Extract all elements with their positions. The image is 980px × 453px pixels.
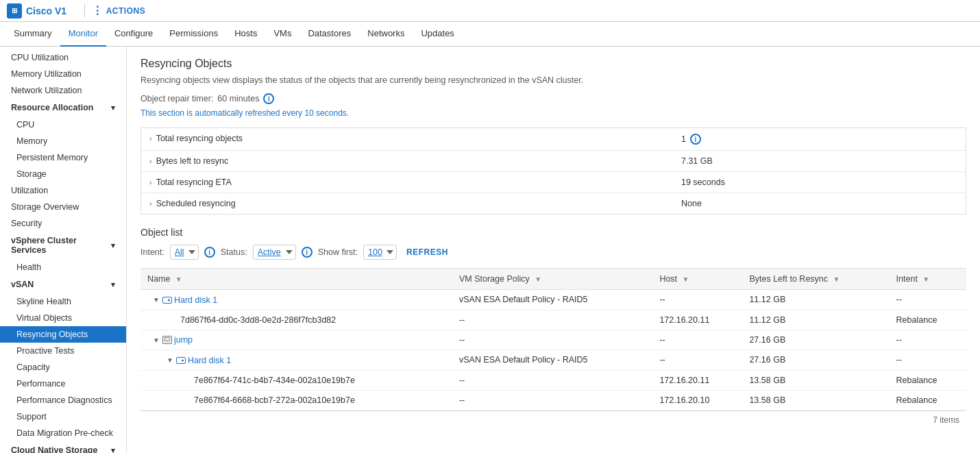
sidebar-item-memory[interactable]: Memory [0,133,126,149]
sidebar-section-vsan[interactable]: vSAN ▾ [0,276,126,293]
col-name-label: Name [147,274,170,284]
auto-refresh-note: This section is automatically refreshed … [140,108,966,118]
row-vm-storage-policy: -- [452,330,652,350]
sidebar-item-persistent-memory[interactable]: Persistent Memory [0,149,126,166]
sidebar-item-skyline-health[interactable]: Skyline Health [0,293,126,310]
table-row: 7e867f64-741c-b4b7-434e-002a10e19b7e -- … [140,370,966,390]
summary-row-total-resyncing: › Total resyncing objects 1 i [141,128,966,151]
expand-icon-2[interactable]: › [149,178,152,186]
sidebar-item-resyncing-objects[interactable]: Resyncing Objects [0,326,126,343]
sidebar-item-network-utilization[interactable]: Network Utilization [0,82,126,99]
summary-row-value: None [673,193,966,215]
table-row: ▼ Hard disk 1 vSAN ESA Default Policy - … [140,290,966,310]
sidebar-item-support[interactable]: Support [0,408,126,425]
row-uuid-2: 7e867f64-6668-bcb7-272a-002a10e19b7e [194,395,355,405]
tab-datastores[interactable]: Datastores [299,22,359,47]
sidebar-item-cpu-utilization[interactable]: CPU Utilization [0,49,126,66]
tab-configure[interactable]: Configure [106,22,161,47]
info-icon-0[interactable]: i [690,134,701,145]
chevron-down-icon-3: ▾ [111,280,115,289]
row-vm-storage-policy: -- [452,370,652,390]
sidebar-item-proactive-tests[interactable]: Proactive Tests [0,343,126,359]
col-intent-label: Intent [896,274,918,284]
sort-icon-host[interactable]: ▼ [683,276,689,283]
sidebar-item-virtual-objects[interactable]: Virtual Objects [0,310,126,326]
row-host: 172.16.20.10 [652,390,742,410]
row-name: 7e867f64-6668-bcb7-272a-002a10e19b7e [140,390,452,410]
row-intent: Rebalance [890,310,966,330]
sidebar-section-cloud-native[interactable]: Cloud Native Storage ▾ [0,441,126,453]
row-link-vm[interactable]: jump [174,335,193,345]
sidebar-item-security[interactable]: Security [0,215,126,232]
sidebar-section-vsphere-cluster[interactable]: vSphere Cluster Services ▾ [0,232,126,259]
summary-row-eta: › Total resyncing ETA 19 seconds [141,172,966,193]
expand-icon-1[interactable]: › [149,157,152,165]
row-host: 172.16.20.11 [652,370,742,390]
sidebar-item-memory-utilization[interactable]: Memory Utilization [0,66,126,82]
sort-icon-bytes[interactable]: ▼ [833,276,840,283]
refresh-button[interactable]: REFRESH [402,245,452,259]
value-text-2: 19 seconds [681,177,725,187]
tab-updates[interactable]: Updates [413,22,462,47]
row-link[interactable]: Hard disk 1 [174,295,217,305]
sort-icon-vmstorage[interactable]: ▼ [535,276,541,283]
info-icon-intent[interactable]: i [204,247,215,258]
sort-icon-name[interactable]: ▼ [175,276,182,283]
object-list-table: Name ▼ VM Storage Policy ▼ Host ▼ Bytes … [140,268,966,411]
expand-icon-3[interactable]: › [149,199,152,208]
expand-icon-0[interactable]: › [149,134,152,143]
summary-row-value: 7.31 GB [673,151,966,172]
value-text-3: None [681,199,702,208]
tab-permissions[interactable]: Permissions [161,22,226,47]
expand-row-icon-hdd2[interactable]: ▼ [167,356,173,364]
tab-hosts[interactable]: Hosts [226,22,265,47]
expand-row-icon[interactable]: ▼ [153,296,160,304]
summary-label-3: Scheduled resyncing [156,199,236,208]
sidebar-item-storage-overview[interactable]: Storage Overview [0,199,126,215]
tab-summary[interactable]: Summary [5,22,60,47]
tab-monitor[interactable]: Monitor [60,22,106,47]
summary-label-2: Total resyncing ETA [156,177,232,187]
tab-networks[interactable]: Networks [359,22,413,47]
object-repair-value: 60 minutes [217,94,259,103]
show-first-select[interactable]: 100 [363,245,397,260]
summary-row-label: › Total resyncing objects [141,128,434,149]
hdd-icon [162,297,172,304]
tab-vms[interactable]: VMs [265,22,299,47]
sidebar-section-resource-allocation[interactable]: Resource Allocation ▾ [0,99,126,117]
sidebar-item-data-migration[interactable]: Data Migration Pre-check [0,425,126,441]
sidebar-item-storage[interactable]: Storage [0,166,126,182]
sidebar-item-health[interactable]: Health [0,259,126,276]
summary-row-scheduled: › Scheduled resyncing None [141,193,966,215]
row-vm-storage-policy: -- [452,310,652,330]
sidebar-item-capacity[interactable]: Capacity [0,359,126,376]
page-title: Resyncing Objects [140,58,966,70]
summary-row-label: › Total resyncing ETA [141,172,434,193]
info-icon-repair[interactable]: i [263,93,274,104]
value-text-0: 1 [681,134,686,144]
sidebar-item-cpu[interactable]: CPU [0,117,126,133]
row-vm-storage-policy: vSAN ESA Default Policy - RAID5 [452,350,652,371]
col-bytes-label: Bytes Left to Resync [749,274,828,284]
row-bytes-left: 13.58 GB [742,370,889,390]
hdd-icon-2 [176,357,186,364]
resource-allocation-label: Resource Allocation [11,103,93,112]
sidebar-item-performance-diagnostics[interactable]: Performance Diagnostics [0,392,126,408]
actions-button[interactable]: ⋮ ACTIONS [92,4,145,17]
object-repair-label: Object repair timer: [140,94,213,103]
row-link-hdd2[interactable]: Hard disk 1 [188,356,231,365]
actions-label: ACTIONS [106,6,146,16]
sidebar-item-performance[interactable]: Performance [0,376,126,392]
row-bytes-left: 11.12 GB [742,310,889,330]
status-select[interactable]: Active [253,245,296,260]
row-uuid-0: 7d867f64-dd0c-3dd8-0e2d-286f7fcb3d82 [180,315,336,325]
expand-row-icon-vm[interactable]: ▼ [153,336,160,344]
sidebar-item-utilization[interactable]: Utilization [0,182,126,199]
col-header-vm-storage-policy: VM Storage Policy ▼ [452,269,652,290]
sort-icon-intent[interactable]: ▼ [922,276,929,283]
row-uuid-1: 7e867f64-741c-b4b7-434e-002a10e19b7e [194,376,355,385]
row-vm-storage-policy: -- [452,390,652,410]
col-host-label: Host [659,274,677,284]
info-icon-status[interactable]: i [302,247,313,258]
intent-select[interactable]: All [170,245,199,260]
